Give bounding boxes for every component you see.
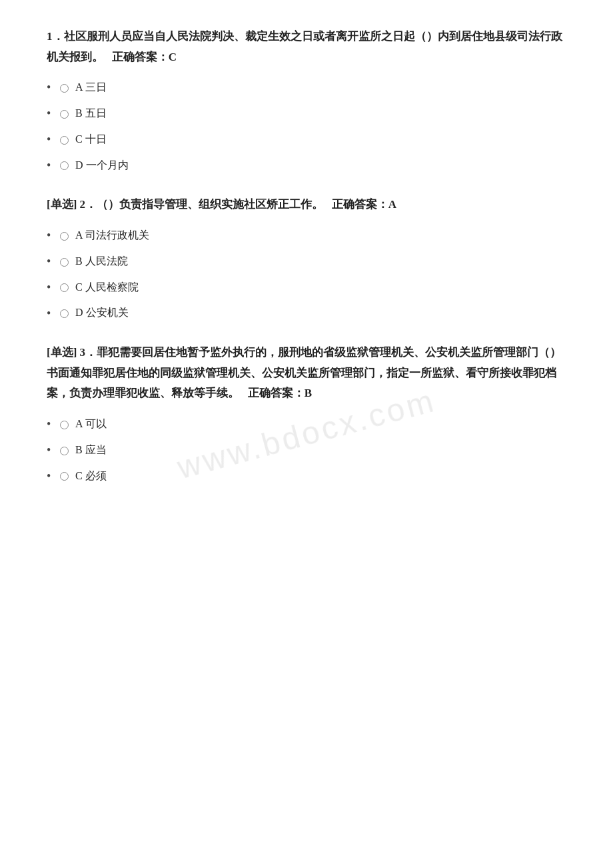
option-label-q1c: C 十日 xyxy=(75,130,107,149)
list-item[interactable]: D 一个月内 xyxy=(40,156,573,175)
radio-icon-q3a[interactable] xyxy=(60,421,69,429)
list-item[interactable]: C 人民检察院 xyxy=(40,278,573,297)
option-label-q3b: B 应当 xyxy=(75,441,107,460)
question-2: [单选] 2．（）负责指导管理、组织实施社区矫正工作。 正确答案：A A 司法行… xyxy=(40,195,573,323)
radio-icon-q1b[interactable] xyxy=(60,110,69,119)
option-label-q3c: C 必须 xyxy=(75,467,107,486)
option-label-q2d: D 公安机关 xyxy=(75,303,129,323)
question-3-options: A 可以 B 应当 C 必须 xyxy=(40,415,573,485)
radio-icon-q2d[interactable] xyxy=(60,309,69,318)
radio-icon-q2b[interactable] xyxy=(60,258,69,267)
question-1: 1．社区服刑人员应当自人民法院判决、裁定生效之日或者离开监所之日起（）内到居住地… xyxy=(40,27,573,175)
radio-icon-q2a[interactable] xyxy=(60,232,69,241)
question-3-answer: 正确答案：B xyxy=(248,387,312,399)
list-item[interactable]: C 十日 xyxy=(40,130,573,149)
radio-icon-q3b[interactable] xyxy=(60,447,69,455)
question-2-answer: 正确答案：A xyxy=(332,198,396,211)
list-item[interactable]: B 人民法院 xyxy=(40,252,573,271)
question-2-text: [单选] 2．（）负责指导管理、组织实施社区矫正工作。 xyxy=(47,198,323,211)
question-1-answer: 正确答案：C xyxy=(112,51,177,63)
list-item[interactable]: A 三日 xyxy=(40,78,573,97)
list-item[interactable]: A 司法行政机关 xyxy=(40,226,573,245)
question-2-options: A 司法行政机关 B 人民法院 C 人民检察院 D 公安机关 xyxy=(40,226,573,323)
question-1-title: 1．社区服刑人员应当自人民法院判决、裁定生效之日或者离开监所之日起（）内到居住地… xyxy=(40,27,573,67)
option-label-q1d: D 一个月内 xyxy=(75,156,129,175)
question-2-title: [单选] 2．（）负责指导管理、组织实施社区矫正工作。 正确答案：A xyxy=(40,195,573,215)
list-item[interactable]: A 可以 xyxy=(40,415,573,434)
radio-icon-q1a[interactable] xyxy=(60,84,69,93)
list-item[interactable]: B 五日 xyxy=(40,104,573,123)
option-label-q1a: A 三日 xyxy=(75,78,107,97)
option-label-q1b: B 五日 xyxy=(75,104,107,123)
radio-icon-q2c[interactable] xyxy=(60,283,69,292)
question-1-options: A 三日 B 五日 C 十日 D 一个月内 xyxy=(40,78,573,175)
option-label-q2a: A 司法行政机关 xyxy=(75,226,149,245)
option-label-q3a: A 可以 xyxy=(75,415,107,434)
radio-icon-q1c[interactable] xyxy=(60,136,69,145)
question-3-title: [单选] 3．罪犯需要回居住地暂予监外执行的，服刑地的省级监狱管理机关、公安机关… xyxy=(40,343,573,404)
radio-icon-q1d[interactable] xyxy=(60,161,69,170)
option-label-q2c: C 人民检察院 xyxy=(75,278,139,297)
option-label-q2b: B 人民法院 xyxy=(75,252,128,271)
question-3: [单选] 3．罪犯需要回居住地暂予监外执行的，服刑地的省级监狱管理机关、公安机关… xyxy=(40,343,573,485)
radio-icon-q3c[interactable] xyxy=(60,472,69,481)
list-item[interactable]: B 应当 xyxy=(40,441,573,460)
list-item[interactable]: D 公安机关 xyxy=(40,303,573,323)
list-item[interactable]: C 必须 xyxy=(40,467,573,486)
